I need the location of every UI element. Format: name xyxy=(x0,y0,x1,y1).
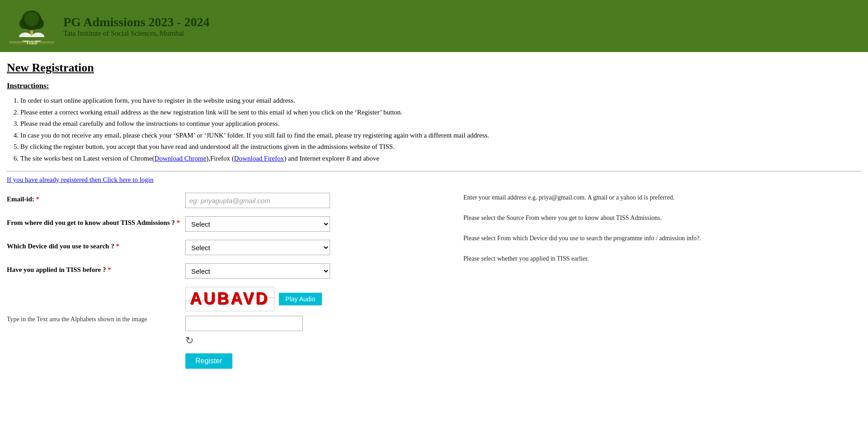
email-row: Email-id: * xyxy=(7,193,450,208)
form-left: Email-id: * From where did you get to kn… xyxy=(7,193,450,369)
header-text: PG Admissions 2023 - 2024 Tata Institute… xyxy=(63,15,210,38)
header-title: PG Admissions 2023 - 2024 xyxy=(63,15,210,29)
applied-select[interactable]: Select xyxy=(185,263,330,279)
form-area: Email-id: * From where did you get to kn… xyxy=(7,193,861,369)
download-firefox-link[interactable]: Download Firefox xyxy=(234,155,284,162)
source-hint: Please select the Source From where you … xyxy=(463,210,861,223)
email-hint: Enter your email address e.g. priya@gmai… xyxy=(463,193,861,202)
header-subtitle: Tata Institute of Social Sciences, Mumba… xyxy=(63,29,210,38)
email-label: Email-id: * xyxy=(7,193,185,203)
instruction-4: In case you do not receive any email, pl… xyxy=(20,130,861,142)
logo-container: TISS xyxy=(9,5,54,48)
applied-label: Have you applied in TISS before ? * xyxy=(7,263,185,274)
applied-row: Have you applied in TISS before ? * Sele… xyxy=(7,263,450,279)
instruction-3: Please read the email carefully and foll… xyxy=(20,118,861,130)
instruction-2: Please enter a correct working email add… xyxy=(20,107,861,119)
captcha-input[interactable] xyxy=(185,316,303,331)
captcha-label-row: Type in the Text area the Alphabets show… xyxy=(7,316,450,331)
email-input[interactable] xyxy=(185,193,330,208)
source-row: From where did you get to know about TIS… xyxy=(7,216,450,232)
applied-hint: Please select whether you applied in TIS… xyxy=(463,251,861,263)
source-label: From where did you get to know about TIS… xyxy=(7,216,185,227)
source-select[interactable]: Select xyxy=(185,216,330,232)
source-required-marker: * xyxy=(177,219,180,226)
captcha-instruction-label: Type in the Text area the Alphabets show… xyxy=(7,316,185,323)
instructions-heading: Instructions: xyxy=(7,81,861,90)
device-row: Which Device did you use to search ? * S… xyxy=(7,240,450,255)
refresh-captcha-icon[interactable]: ↻ xyxy=(185,335,450,347)
device-hint: Please select From which Device did you … xyxy=(463,231,861,243)
instructions-list: In order to start online application for… xyxy=(7,95,861,164)
tiss-logo-icon: TISS xyxy=(9,5,54,48)
download-chrome-link[interactable]: Download Chrome xyxy=(155,155,207,162)
captcha-image-row: AUBAVD Play Audio xyxy=(185,287,450,311)
main-content: New Registration Instructions: In order … xyxy=(0,52,868,378)
svg-point-5 xyxy=(24,12,39,26)
device-required-marker: * xyxy=(116,243,119,250)
captcha-image: AUBAVD xyxy=(185,287,274,311)
header: TISS PG Admissions 2023 - 2024 Tata Inst… xyxy=(0,0,868,52)
instruction-5: By clicking the register button, you acc… xyxy=(20,141,861,153)
play-audio-button[interactable]: Play Audio xyxy=(279,293,321,305)
form-right: Enter your email address e.g. priya@gmai… xyxy=(450,193,861,369)
email-required-marker: * xyxy=(36,195,40,203)
instruction-6: The site works best on Latest version of… xyxy=(20,153,861,165)
applied-required-marker: * xyxy=(108,266,111,273)
device-label: Which Device did you use to search ? * xyxy=(7,240,185,250)
instruction-1: In order to start online application for… xyxy=(20,95,861,107)
device-select[interactable]: Select xyxy=(185,240,330,255)
page-title: New Registration xyxy=(7,61,861,75)
register-button[interactable]: Register xyxy=(185,353,232,369)
divider xyxy=(7,171,861,171)
svg-text:TISS: TISS xyxy=(26,40,37,45)
login-link[interactable]: If you have already registered then Clic… xyxy=(7,176,861,184)
